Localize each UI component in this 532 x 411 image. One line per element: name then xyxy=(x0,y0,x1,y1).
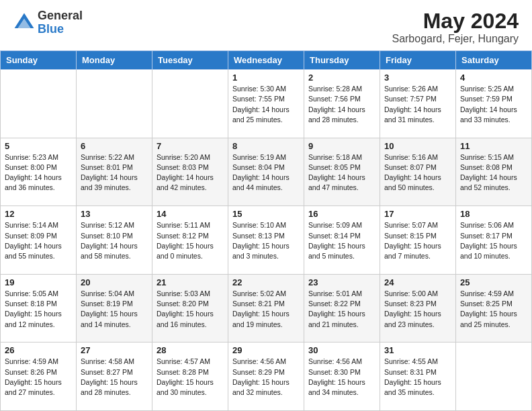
logo-blue: Blue xyxy=(38,23,83,36)
sunrise-text: Sunrise: 5:28 AM xyxy=(308,85,362,93)
sunrise-text: Sunrise: 4:58 AM xyxy=(81,357,134,365)
sunrise-text: Sunrise: 5:00 AM xyxy=(384,289,438,298)
sunrise-text: Sunrise: 5:18 AM xyxy=(308,153,362,161)
daylight-text: Daylight: 14 hours and 25 minutes. xyxy=(232,105,290,124)
day-number: 19 xyxy=(5,277,72,287)
month-year: May 2024 xyxy=(392,9,519,33)
sunset-text: Sunset: 8:26 PM xyxy=(5,368,57,376)
table-row xyxy=(152,70,228,138)
calendar-week-row: 1Sunrise: 5:30 AMSunset: 7:55 PMDaylight… xyxy=(1,70,532,138)
day-number: 20 xyxy=(81,277,148,287)
day-info: Sunrise: 5:19 AMSunset: 8:04 PMDaylight:… xyxy=(232,152,300,193)
title-block: May 2024 Sarbogard, Fejer, Hungary xyxy=(392,9,519,45)
sunrise-text: Sunrise: 5:30 AM xyxy=(232,85,286,93)
table-row: 9Sunrise: 5:18 AMSunset: 8:05 PMDaylight… xyxy=(304,138,380,206)
daylight-text: Daylight: 15 hours and 0 minutes. xyxy=(157,242,214,260)
sunrise-text: Sunrise: 5:05 AM xyxy=(5,289,58,298)
sunset-text: Sunset: 8:07 PM xyxy=(384,163,437,171)
sunset-text: Sunset: 8:20 PM xyxy=(157,300,209,308)
day-info: Sunrise: 5:11 AMSunset: 8:12 PMDaylight:… xyxy=(157,220,224,261)
day-info: Sunrise: 5:16 AMSunset: 8:07 PMDaylight:… xyxy=(384,152,451,193)
daylight-text: Daylight: 15 hours and 27 minutes. xyxy=(5,378,62,396)
sunset-text: Sunset: 8:14 PM xyxy=(308,232,361,240)
day-info: Sunrise: 5:12 AMSunset: 8:10 PMDaylight:… xyxy=(81,220,148,261)
day-number: 21 xyxy=(157,277,224,287)
daylight-text: Daylight: 15 hours and 28 minutes. xyxy=(81,378,138,396)
sunrise-text: Sunrise: 5:15 AM xyxy=(460,153,514,161)
table-row: 31Sunrise: 4:55 AMSunset: 8:31 PMDayligh… xyxy=(380,342,456,411)
day-number: 13 xyxy=(81,209,148,219)
table-row: 13Sunrise: 5:12 AMSunset: 8:10 PMDayligh… xyxy=(77,206,152,275)
sunset-text: Sunset: 8:25 PM xyxy=(460,300,513,308)
sunrise-text: Sunrise: 5:16 AM xyxy=(384,153,438,161)
sunrise-text: Sunrise: 5:23 AM xyxy=(5,153,58,161)
day-info: Sunrise: 5:23 AMSunset: 8:00 PMDaylight:… xyxy=(5,152,72,193)
sunrise-text: Sunrise: 5:26 AM xyxy=(384,85,438,93)
sunrise-text: Sunrise: 4:55 AM xyxy=(384,357,438,365)
table-row: 21Sunrise: 5:03 AMSunset: 8:20 PMDayligh… xyxy=(152,274,228,342)
day-info: Sunrise: 5:01 AMSunset: 8:22 PMDaylight:… xyxy=(308,289,375,330)
sunset-text: Sunset: 8:29 PM xyxy=(232,368,285,376)
calendar-week-row: 26Sunrise: 4:59 AMSunset: 8:26 PMDayligh… xyxy=(1,342,532,411)
table-row: 17Sunrise: 5:07 AMSunset: 8:15 PMDayligh… xyxy=(380,206,456,275)
sunrise-text: Sunrise: 5:25 AM xyxy=(460,85,514,93)
col-wednesday: Wednesday xyxy=(228,51,304,70)
sunset-text: Sunset: 8:08 PM xyxy=(460,163,513,171)
sunset-text: Sunset: 8:21 PM xyxy=(232,300,285,308)
sunrise-text: Sunrise: 4:59 AM xyxy=(5,357,58,365)
daylight-text: Daylight: 14 hours and 33 minutes. xyxy=(460,105,517,124)
sunset-text: Sunset: 8:10 PM xyxy=(81,232,133,240)
sunrise-text: Sunrise: 5:03 AM xyxy=(157,289,210,298)
daylight-text: Daylight: 14 hours and 39 minutes. xyxy=(81,173,138,191)
daylight-text: Daylight: 14 hours and 44 minutes. xyxy=(232,173,290,191)
day-info: Sunrise: 5:30 AMSunset: 7:55 PMDaylight:… xyxy=(232,84,300,125)
table-row: 3Sunrise: 5:26 AMSunset: 7:57 PMDaylight… xyxy=(380,70,456,138)
sunset-text: Sunset: 8:19 PM xyxy=(81,300,133,308)
sunset-text: Sunset: 8:17 PM xyxy=(460,232,513,240)
sunset-text: Sunset: 8:28 PM xyxy=(157,368,209,376)
day-number: 25 xyxy=(460,277,527,287)
day-number: 7 xyxy=(157,141,224,151)
day-info: Sunrise: 5:02 AMSunset: 8:21 PMDaylight:… xyxy=(232,289,300,330)
sunset-text: Sunset: 8:15 PM xyxy=(384,232,437,240)
table-row xyxy=(77,70,152,138)
table-row xyxy=(1,70,77,138)
sunset-text: Sunset: 8:03 PM xyxy=(157,163,209,171)
sunrise-text: Sunrise: 4:56 AM xyxy=(232,357,286,365)
sunrise-text: Sunrise: 5:19 AM xyxy=(232,153,286,161)
sunrise-text: Sunrise: 4:57 AM xyxy=(157,357,210,365)
daylight-text: Daylight: 15 hours and 23 minutes. xyxy=(384,310,441,328)
daylight-text: Daylight: 15 hours and 21 minutes. xyxy=(308,310,365,328)
day-number: 22 xyxy=(232,277,300,287)
sunset-text: Sunset: 7:55 PM xyxy=(232,95,285,103)
table-row: 4Sunrise: 5:25 AMSunset: 7:59 PMDaylight… xyxy=(456,70,532,138)
day-info: Sunrise: 5:03 AMSunset: 8:20 PMDaylight:… xyxy=(157,289,224,330)
day-info: Sunrise: 5:04 AMSunset: 8:19 PMDaylight:… xyxy=(81,289,148,330)
day-number: 3 xyxy=(384,73,451,83)
header: General Blue May 2024 Sarbogard, Fejer, … xyxy=(0,0,532,50)
day-number: 2 xyxy=(308,73,375,83)
table-row: 11Sunrise: 5:15 AMSunset: 8:08 PMDayligh… xyxy=(456,138,532,206)
daylight-text: Daylight: 14 hours and 28 minutes. xyxy=(308,105,365,124)
day-number: 27 xyxy=(81,345,148,355)
table-row: 27Sunrise: 4:58 AMSunset: 8:27 PMDayligh… xyxy=(77,342,152,411)
sunrise-text: Sunrise: 5:22 AM xyxy=(81,153,134,161)
col-tuesday: Tuesday xyxy=(152,51,228,70)
table-row: 26Sunrise: 4:59 AMSunset: 8:26 PMDayligh… xyxy=(1,342,77,411)
sunrise-text: Sunrise: 5:07 AM xyxy=(384,221,438,229)
day-info: Sunrise: 4:55 AMSunset: 8:31 PMDaylight:… xyxy=(384,357,451,398)
sunset-text: Sunset: 8:22 PM xyxy=(308,300,361,308)
day-number: 6 xyxy=(81,141,148,151)
table-row: 1Sunrise: 5:30 AMSunset: 7:55 PMDaylight… xyxy=(228,70,304,138)
day-number: 9 xyxy=(308,141,375,151)
daylight-text: Daylight: 15 hours and 3 minutes. xyxy=(232,242,290,260)
table-row: 29Sunrise: 4:56 AMSunset: 8:29 PMDayligh… xyxy=(228,342,304,411)
day-info: Sunrise: 4:58 AMSunset: 8:27 PMDaylight:… xyxy=(81,357,148,398)
location: Sarbogard, Fejer, Hungary xyxy=(392,33,519,45)
calendar-table: Sunday Monday Tuesday Wednesday Thursday… xyxy=(0,50,532,411)
daylight-text: Daylight: 15 hours and 7 minutes. xyxy=(384,242,441,260)
table-row: 24Sunrise: 5:00 AMSunset: 8:23 PMDayligh… xyxy=(380,274,456,342)
day-info: Sunrise: 5:25 AMSunset: 7:59 PMDaylight:… xyxy=(460,84,527,125)
sunrise-text: Sunrise: 5:14 AM xyxy=(5,221,58,229)
sunrise-text: Sunrise: 5:20 AM xyxy=(157,153,210,161)
